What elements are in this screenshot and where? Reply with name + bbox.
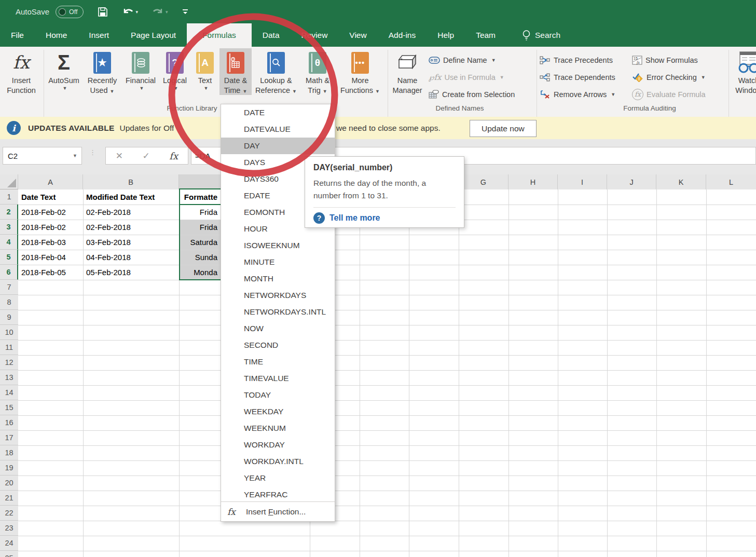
column-header-B[interactable]: B bbox=[83, 174, 179, 189]
math-trig-button[interactable]: θ Math & Trig▼ bbox=[300, 48, 335, 95]
tab-formulas[interactable]: Formulas bbox=[187, 23, 252, 47]
tab-team[interactable]: Team bbox=[465, 23, 506, 47]
menu-item-date[interactable]: DATE bbox=[221, 104, 335, 121]
select-all-button[interactable] bbox=[0, 174, 18, 189]
row-header-8[interactable]: 8 bbox=[0, 295, 18, 310]
row-header-21[interactable]: 21 bbox=[0, 491, 18, 506]
row-header-1[interactable]: 1 bbox=[0, 189, 18, 205]
tab-add-ins[interactable]: Add-ins bbox=[378, 23, 427, 47]
menu-item-minute[interactable]: MINUTE bbox=[221, 254, 335, 270]
tab-home[interactable]: Home bbox=[35, 23, 78, 47]
name-manager-button[interactable]: Name Manager bbox=[390, 48, 424, 95]
trace-dependents-button[interactable]: Trace Dependents bbox=[540, 69, 615, 85]
menu-item-weekday[interactable]: WEEKDAY bbox=[221, 403, 335, 420]
formula-bar-grip[interactable]: ⋮ bbox=[89, 151, 96, 154]
tab-insert[interactable]: Insert bbox=[78, 23, 120, 47]
column-header-L[interactable]: L bbox=[706, 174, 756, 189]
cell-A1[interactable]: Date Text bbox=[19, 189, 83, 205]
row-header-23[interactable]: 23 bbox=[0, 521, 18, 536]
row-header-22[interactable]: 22 bbox=[0, 506, 18, 521]
watch-window-button[interactable]: Watch Window bbox=[731, 48, 756, 95]
autosave-pill[interactable]: Off bbox=[56, 6, 83, 18]
menu-item-today[interactable]: TODAY bbox=[221, 387, 335, 403]
cell-C2[interactable]: Frida bbox=[180, 205, 219, 220]
cell-B5[interactable]: 04-Feb-2018 bbox=[84, 250, 178, 265]
save-button[interactable] bbox=[97, 6, 108, 18]
tell-me-more-link[interactable]: ? Tell me more bbox=[313, 212, 456, 224]
date-time-button[interactable]: Date & Time▼ bbox=[219, 48, 252, 95]
remove-arrows-button[interactable]: Remove Arrows ▼ bbox=[540, 86, 615, 102]
financial-button[interactable]: Financial ▼ bbox=[123, 48, 158, 91]
enter-icon[interactable]: ✓ bbox=[143, 151, 150, 161]
cell-A2[interactable]: 2018-Feb-02 bbox=[19, 205, 83, 220]
row-header-14[interactable]: 14 bbox=[0, 385, 18, 400]
menu-item-workday[interactable]: WORKDAY bbox=[221, 437, 335, 453]
create-from-selection-button[interactable]: Create from Selection bbox=[429, 86, 515, 102]
tab-data[interactable]: Data bbox=[252, 23, 291, 47]
tab-help[interactable]: Help bbox=[427, 23, 465, 47]
row-header-20[interactable]: 20 bbox=[0, 476, 18, 491]
cell-B6[interactable]: 05-Feb-2018 bbox=[84, 265, 178, 280]
column-header-H[interactable]: H bbox=[508, 174, 558, 189]
cancel-icon[interactable]: ✕ bbox=[116, 151, 123, 161]
cell-B4[interactable]: 03-Feb-2018 bbox=[84, 235, 178, 250]
column-header-A[interactable]: A bbox=[18, 174, 83, 189]
tab-view[interactable]: View bbox=[338, 23, 377, 47]
use-in-formula-button[interactable]: ℘fx Use in Formula ▼ bbox=[429, 69, 504, 85]
autosum-button[interactable]: Σ AutoSum ▼ bbox=[47, 48, 81, 91]
trace-precedents-button[interactable]: Trace Precedents bbox=[540, 52, 613, 68]
define-name-button[interactable]: Define Name ▼ bbox=[429, 52, 496, 68]
evaluate-formula-button[interactable]: fx Evaluate Formula bbox=[632, 86, 706, 102]
show-formulas-button[interactable]: 15fx Show Formulas bbox=[632, 52, 698, 68]
row-header-25[interactable]: 25 bbox=[0, 551, 18, 557]
search-button[interactable]: Search bbox=[513, 23, 570, 47]
cell-A5[interactable]: 2018-Feb-04 bbox=[19, 250, 83, 265]
menu-item-workday-intl[interactable]: WORKDAY.INTL bbox=[221, 453, 335, 470]
text-button[interactable]: A Text ▼ bbox=[192, 48, 218, 91]
menu-item-weeknum[interactable]: WEEKNUM bbox=[221, 420, 335, 437]
customize-qat-button[interactable] bbox=[182, 8, 189, 16]
cell-A4[interactable]: 2018-Feb-03 bbox=[19, 235, 83, 250]
tab-page-layout[interactable]: Page Layout bbox=[120, 23, 187, 47]
recently-used-button[interactable]: ★ Recently Used▼ bbox=[82, 48, 122, 95]
row-header-24[interactable]: 24 bbox=[0, 536, 18, 551]
tab-review[interactable]: Review bbox=[291, 23, 339, 47]
cell-A6[interactable]: 2018-Feb-05 bbox=[19, 265, 83, 280]
update-now-button[interactable]: Update now bbox=[470, 120, 537, 137]
menu-item-timevalue[interactable]: TIMEVALUE bbox=[221, 370, 335, 387]
name-box-caret-icon[interactable]: ▼ bbox=[73, 153, 77, 158]
row-header-16[interactable]: 16 bbox=[0, 415, 18, 430]
column-header-I[interactable]: I bbox=[558, 174, 607, 189]
row-header-17[interactable]: 17 bbox=[0, 430, 18, 445]
autosave-toggle[interactable]: AutoSave Off bbox=[16, 6, 84, 18]
insert-function-fx-icon[interactable]: fx bbox=[169, 151, 178, 161]
redo-button[interactable]: ▾ bbox=[152, 7, 168, 17]
more-functions-button[interactable]: ••• More Functions▼ bbox=[336, 48, 384, 95]
cell-C6[interactable]: Monda bbox=[180, 265, 219, 280]
menu-item-day[interactable]: DAY bbox=[221, 138, 335, 154]
cell-C4[interactable]: Saturda bbox=[180, 235, 219, 250]
menu-item-year[interactable]: YEAR bbox=[221, 470, 335, 486]
row-header-13[interactable]: 13 bbox=[0, 370, 18, 385]
menu-item-now[interactable]: NOW bbox=[221, 320, 335, 337]
menu-item-time[interactable]: TIME bbox=[221, 354, 335, 370]
menu-item-datevalue[interactable]: DATEVALUE bbox=[221, 121, 335, 138]
row-header-6[interactable]: 6 bbox=[0, 265, 18, 280]
menu-item-insert-function[interactable]: fx Insert Function... bbox=[221, 501, 335, 521]
cell-C5[interactable]: Sunda bbox=[180, 250, 219, 265]
spreadsheet-grid[interactable]: ABCDEFGHIJKL1234567891011121314151617181… bbox=[0, 174, 756, 557]
insert-function-button[interactable]: fx Insert Function bbox=[3, 48, 39, 95]
error-checking-button[interactable]: ! Error Checking ▼ bbox=[632, 69, 706, 85]
name-box[interactable]: C2 ▼ bbox=[3, 147, 82, 165]
cell-B3[interactable]: 02-Feb-2018 bbox=[84, 220, 178, 235]
row-header-9[interactable]: 9 bbox=[0, 310, 18, 325]
lookup-reference-button[interactable]: Lookup & Reference▼ bbox=[253, 48, 299, 95]
menu-item-networkdays[interactable]: NETWORKDAYS bbox=[221, 287, 335, 304]
menu-item-isoweeknum[interactable]: ISOWEEKNUM bbox=[221, 237, 335, 254]
cell-A3[interactable]: 2018-Feb-02 bbox=[19, 220, 83, 235]
row-header-4[interactable]: 4 bbox=[0, 235, 18, 250]
menu-item-networkdays-intl[interactable]: NETWORKDAYS.INTL bbox=[221, 304, 335, 320]
column-header-J[interactable]: J bbox=[607, 174, 656, 189]
row-header-11[interactable]: 11 bbox=[0, 340, 18, 355]
column-header-K[interactable]: K bbox=[656, 174, 706, 189]
